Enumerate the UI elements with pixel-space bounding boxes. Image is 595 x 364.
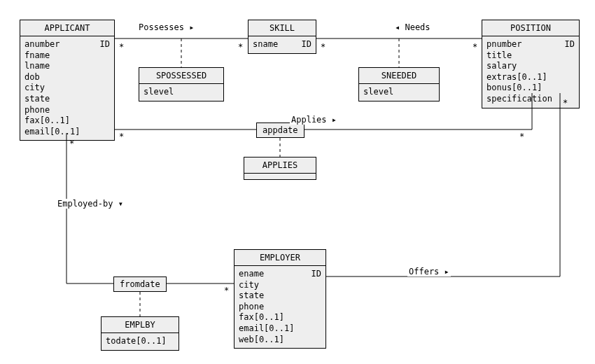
entity-employer-title: EMPLOYER bbox=[234, 250, 326, 266]
entity-applicant-body: anumberID fname lname dob city state pho… bbox=[20, 36, 114, 140]
attr-row: slevel bbox=[363, 87, 435, 98]
rel-applies: Applies ▸ bbox=[290, 115, 338, 125]
entity-employer-body: enameID city state phone fax[0..1] email… bbox=[234, 266, 326, 348]
attr-row: title bbox=[486, 50, 575, 62]
attr-row: fax[0..1] bbox=[24, 115, 110, 127]
attr-row: state bbox=[239, 290, 321, 302]
attr-row: enameID bbox=[239, 269, 321, 280]
attr-row: fname bbox=[24, 50, 110, 62]
entity-skill-body: snameID bbox=[248, 36, 316, 53]
attr-row: fax[0..1] bbox=[239, 312, 321, 323]
entity-applicant-title: APPLICANT bbox=[20, 20, 114, 36]
entity-sneeded-title: SNEEDED bbox=[359, 68, 439, 84]
rel-employedby: Employed-by ▾ bbox=[56, 199, 125, 209]
entity-emplby-body: todate[0..1] bbox=[102, 333, 178, 350]
attr-row: slevel bbox=[144, 87, 219, 98]
attr-row: dob bbox=[24, 72, 110, 83]
mult: * bbox=[119, 132, 124, 141]
entity-position: POSITION pnumberID title salary extras[0… bbox=[482, 20, 580, 108]
attr-row: email[0..1] bbox=[24, 127, 110, 138]
attr-row: bonus[0..1] bbox=[486, 83, 575, 94]
attr-row: specification bbox=[486, 94, 575, 105]
entity-spossessed-body: slevel bbox=[139, 84, 223, 101]
attr-row: city bbox=[24, 83, 110, 94]
attr-row: salary bbox=[486, 61, 575, 72]
entity-applies-body bbox=[244, 174, 316, 179]
entity-applicant: APPLICANT anumberID fname lname dob city… bbox=[20, 20, 115, 141]
entity-emplby-title: EMPLBY bbox=[102, 317, 178, 333]
mult: * bbox=[321, 42, 326, 52]
entity-applies-title: APPLIES bbox=[244, 158, 316, 174]
entity-sneeded: SNEEDED slevel bbox=[358, 67, 440, 102]
assoc-fromdate: fromdate bbox=[113, 276, 167, 292]
mult: * bbox=[224, 286, 229, 295]
mult: * bbox=[119, 42, 124, 52]
entity-spossessed: SPOSSESSED slevel bbox=[139, 67, 224, 102]
entity-spossessed-title: SPOSSESSED bbox=[139, 68, 223, 84]
attr-row: pnumberID bbox=[486, 39, 575, 50]
attr-row: state bbox=[24, 94, 110, 105]
rel-needs: ◂ Needs bbox=[393, 22, 432, 32]
attr-row: anumberID bbox=[24, 39, 110, 50]
mult: * bbox=[69, 139, 74, 148]
entity-emplby: EMPLBY todate[0..1] bbox=[101, 316, 179, 351]
rel-offers: Offers ▸ bbox=[407, 267, 451, 276]
entity-sneeded-body: slevel bbox=[359, 84, 439, 101]
entity-skill: SKILL snameID bbox=[248, 20, 316, 54]
entity-skill-title: SKILL bbox=[248, 20, 316, 36]
attr-row: snameID bbox=[253, 39, 312, 50]
attr-row: email[0..1] bbox=[239, 323, 321, 335]
attr-row: todate[0..1] bbox=[106, 336, 174, 347]
attr-row: extras[0..1] bbox=[486, 72, 575, 83]
mult: * bbox=[472, 42, 477, 52]
entity-employer: EMPLOYER enameID city state phone fax[0.… bbox=[234, 249, 326, 349]
attr-row: web[0..1] bbox=[239, 335, 321, 346]
attr-row: lname bbox=[24, 61, 110, 72]
assoc-appdate: appdate bbox=[256, 122, 304, 138]
attr-row: city bbox=[239, 280, 321, 291]
entity-position-body: pnumberID title salary extras[0..1] bonu… bbox=[482, 36, 579, 108]
attr-row: phone bbox=[239, 302, 321, 313]
mult: * bbox=[563, 98, 568, 108]
entity-position-title: POSITION bbox=[482, 20, 579, 36]
entity-applies: APPLIES bbox=[244, 157, 316, 180]
attr-row: phone bbox=[24, 105, 110, 116]
mult: * bbox=[519, 132, 524, 141]
mult: * bbox=[238, 42, 243, 52]
rel-possesses: Possesses ▸ bbox=[137, 22, 195, 32]
